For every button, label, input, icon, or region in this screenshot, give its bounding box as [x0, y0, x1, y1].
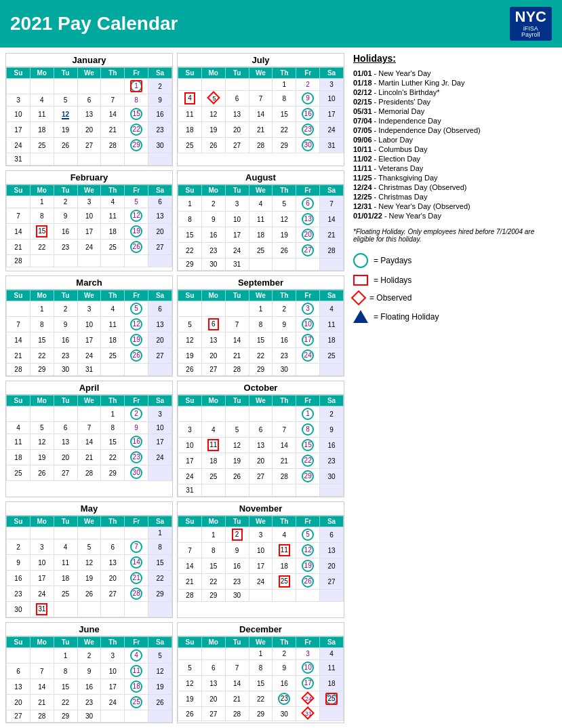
calendar-cell [320, 258, 344, 271]
day-header-Tu: Tu [54, 290, 77, 301]
calendar-cell: 10 [320, 91, 344, 107]
calendar-cell: 26 [178, 364, 202, 376]
calendar-cell: 21 [7, 348, 31, 364]
calendar-cell: 17 [225, 227, 249, 243]
calendar-cell: 31 [296, 707, 320, 721]
calendar-cell [273, 406, 296, 422]
calendar-cell: 25 [30, 138, 54, 153]
calendar-cell [320, 364, 344, 376]
calendar-cell: 13 [249, 438, 273, 453]
calendar-cell: 19 [225, 453, 249, 469]
calendar-cell: 30 [148, 138, 172, 153]
calendar-cell: 13 [296, 212, 320, 227]
holiday-item: 12/25 - Christmas Day [353, 193, 557, 201]
calendar-cell: 9 [273, 660, 296, 676]
calendar-cell: 14 [125, 555, 148, 571]
calendar-cell: 20 [77, 122, 101, 138]
legend-holiday-icon [353, 275, 368, 286]
day-header-Su: Su [178, 396, 202, 406]
calendar-cell: 10 [178, 438, 202, 453]
calendar-cell [225, 301, 249, 317]
calendar-cell: 11 [30, 107, 54, 122]
calendar-cell: 19 [77, 571, 101, 586]
calendar-grid: SuMoTuWeThFrSa12345678910111213141516171… [178, 395, 344, 497]
calendar-cell: 27 [101, 586, 125, 602]
day-header-Fr: Fr [125, 396, 148, 406]
calendar-cell: 25 [249, 243, 273, 258]
calendar-cell [178, 648, 202, 660]
calendar-cell: 5 [201, 91, 225, 107]
calendar-cell: 7 [178, 543, 202, 558]
calendar-cell [225, 406, 249, 422]
calendar-cell: 2 [273, 301, 296, 317]
calendar-cell: 13 [101, 555, 125, 571]
calendar-cell: 2 [296, 79, 320, 91]
calendar-cell: 17 [77, 332, 101, 348]
legend-payday: = Paydays [353, 253, 557, 268]
calendar-cell: 26 [54, 138, 77, 153]
calendar-cell: 21 [273, 453, 296, 469]
calendar-cell: 3 [77, 196, 101, 208]
calendar-cell: 14 [30, 679, 54, 695]
calendar-cell [7, 648, 31, 664]
calendar-cell: 29 [101, 465, 125, 481]
calendar-cell: 24 [148, 450, 172, 465]
calendar-cell: 11 [320, 317, 344, 332]
day-header-Mo: Mo [201, 290, 225, 301]
calendar-title: September [178, 276, 344, 290]
calendar-cell: 20 [201, 348, 225, 364]
calendar-cell: 9 [225, 543, 249, 558]
info-section: Holidays: 01/01 - New Year's Day01/18 - … [350, 53, 557, 723]
calendar-cell: 24 [249, 574, 273, 590]
calendar-cell: 16 [320, 438, 344, 453]
calendar-cell: 16 [201, 227, 225, 243]
calendar-cell: 3 [320, 79, 344, 91]
holiday-item: 05/31 - Memorial Day [353, 107, 557, 115]
day-header-Mo: Mo [30, 68, 54, 79]
calendar-cell [201, 79, 225, 91]
calendar-cell: 14 [249, 107, 273, 122]
calendar-cell: 21 [101, 122, 125, 138]
calendar-cell: 28 [225, 707, 249, 721]
calendar-cell: 17 [7, 122, 31, 138]
calendar-cell: 20 [7, 695, 31, 710]
calendar-cell: 1 [296, 406, 320, 422]
calendar-cell: 23 [225, 574, 249, 590]
calendar-cell: 11 [249, 212, 273, 227]
day-header-We: We [77, 516, 101, 527]
calendar-cell: 23 [125, 450, 148, 465]
calendar-cell: 3 [77, 301, 101, 317]
calendar-cell: 16 [77, 679, 101, 695]
day-header-Fr: Fr [125, 516, 148, 527]
day-header-Sa: Sa [148, 185, 172, 196]
calendar-cell: 28 [77, 465, 101, 481]
day-header-Su: Su [178, 290, 202, 301]
calendar-cell: 3 [296, 648, 320, 660]
calendar-cell: 20 [148, 224, 172, 240]
page-title: 2021 Pay Calendar [10, 13, 178, 35]
calendar-cell: 25 [273, 574, 296, 590]
calendar-row: JanuarySuMoTuWeThFrSa1234567891011121314… [5, 53, 344, 166]
calendar-december: DecemberSuMoTuWeThFrSa123456789101112131… [177, 622, 344, 723]
calendar-cell: 21 [77, 450, 101, 465]
calendar-cell [54, 153, 77, 166]
calendar-cell: 15 [249, 676, 273, 691]
calendar-cell: 19 [125, 224, 148, 240]
calendar-cell: 7 [125, 539, 148, 555]
calendar-cell: 23 [77, 695, 101, 710]
calendar-cell: 7 [7, 317, 31, 332]
calendar-cell: 21 [320, 227, 344, 243]
calendar-cell [178, 527, 202, 543]
calendar-cell: 15 [125, 107, 148, 122]
calendar-cell: 25 [320, 691, 344, 707]
calendar-cell: 1 [30, 196, 54, 208]
calendar-cell: 24 [178, 469, 202, 484]
day-header-Tu: Tu [225, 290, 249, 301]
calendar-cell: 13 [201, 332, 225, 348]
calendar-cell: 9 [7, 555, 31, 571]
calendar-june: JuneSuMoTuWeThFrSa1234567891011121314151… [5, 622, 173, 723]
calendar-cell: 8 [148, 539, 172, 555]
calendar-july: JulySuMoTuWeThFrSa1234567891011121314151… [177, 53, 344, 166]
calendar-cell: 3 [30, 539, 54, 555]
calendar-cell: 10 [77, 317, 101, 332]
